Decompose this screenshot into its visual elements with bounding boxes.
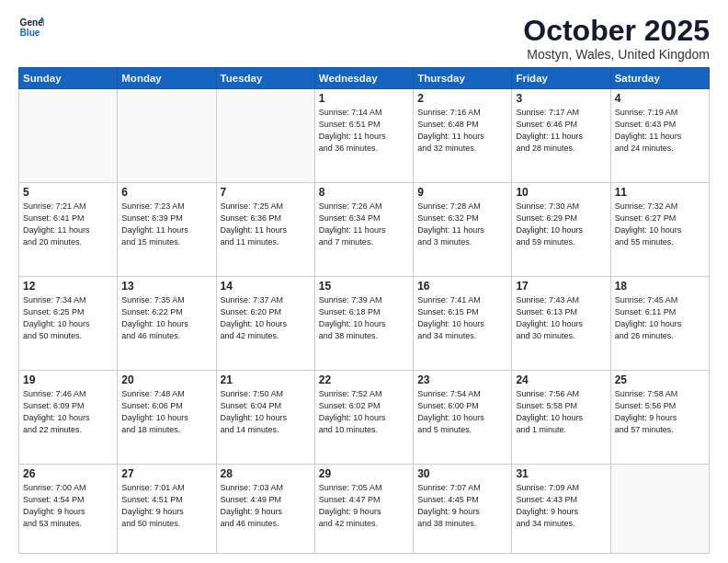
table-row: 26Sunrise: 7:00 AMSunset: 4:54 PMDayligh… (19, 465, 118, 554)
col-wednesday: Wednesday (314, 68, 413, 89)
day-info: Sunrise: 7:03 AMSunset: 4:49 PMDaylight:… (221, 482, 311, 530)
day-info: Sunrise: 7:58 AMSunset: 5:56 PMDaylight:… (615, 388, 705, 436)
day-number: 14 (221, 280, 311, 293)
table-row: 13Sunrise: 7:35 AMSunset: 6:22 PMDayligh… (118, 277, 216, 371)
day-info: Sunrise: 7:30 AMSunset: 6:29 PMDaylight:… (516, 201, 606, 248)
day-number: 21 (221, 373, 311, 386)
day-number: 24 (516, 373, 606, 386)
day-info: Sunrise: 7:56 AMSunset: 5:58 PMDaylight:… (516, 388, 606, 436)
day-number: 31 (516, 467, 606, 480)
day-number: 13 (121, 280, 211, 293)
col-friday: Friday (512, 68, 610, 89)
table-row: 16Sunrise: 7:41 AMSunset: 6:15 PMDayligh… (414, 277, 512, 371)
day-number: 3 (516, 92, 606, 105)
table-row: 2Sunrise: 7:16 AMSunset: 6:48 PMDaylight… (414, 89, 512, 183)
col-tuesday: Tuesday (216, 68, 314, 89)
table-row: 25Sunrise: 7:58 AMSunset: 5:56 PMDayligh… (610, 371, 709, 465)
day-number: 25 (615, 373, 705, 386)
day-info: Sunrise: 7:35 AMSunset: 6:22 PMDaylight:… (121, 294, 211, 342)
day-info: Sunrise: 7:26 AMSunset: 6:34 PMDaylight:… (319, 201, 409, 248)
day-info: Sunrise: 7:45 AMSunset: 6:11 PMDaylight:… (615, 294, 705, 342)
day-number: 30 (417, 467, 507, 480)
calendar-table: Sunday Monday Tuesday Wednesday Thursday… (18, 67, 710, 554)
day-number: 2 (417, 92, 507, 105)
table-row: 19Sunrise: 7:46 AMSunset: 6:09 PMDayligh… (19, 371, 118, 465)
col-thursday: Thursday (414, 68, 512, 89)
day-number: 26 (23, 467, 113, 480)
day-number: 11 (615, 186, 705, 199)
table-row: 24Sunrise: 7:56 AMSunset: 5:58 PMDayligh… (512, 371, 610, 465)
day-number: 8 (319, 186, 409, 199)
day-info: Sunrise: 7:52 AMSunset: 6:02 PMDaylight:… (319, 388, 409, 436)
day-number: 17 (516, 280, 606, 293)
table-row: 15Sunrise: 7:39 AMSunset: 6:18 PMDayligh… (314, 277, 413, 371)
day-info: Sunrise: 7:01 AMSunset: 4:51 PMDaylight:… (121, 482, 211, 530)
table-row: 31Sunrise: 7:09 AMSunset: 4:43 PMDayligh… (512, 465, 610, 554)
day-info: Sunrise: 7:05 AMSunset: 4:47 PMDaylight:… (319, 482, 409, 530)
day-info: Sunrise: 7:16 AMSunset: 6:48 PMDaylight:… (417, 107, 507, 155)
day-number: 18 (615, 280, 705, 293)
table-row: 14Sunrise: 7:37 AMSunset: 6:20 PMDayligh… (216, 277, 314, 371)
table-row: 10Sunrise: 7:30 AMSunset: 6:29 PMDayligh… (512, 183, 610, 277)
col-saturday: Saturday (610, 68, 709, 89)
day-number: 23 (417, 373, 507, 386)
table-row: 27Sunrise: 7:01 AMSunset: 4:51 PMDayligh… (118, 465, 216, 554)
day-number: 12 (23, 280, 113, 293)
day-info: Sunrise: 7:41 AMSunset: 6:15 PMDaylight:… (417, 294, 507, 342)
title-block: October 2025 Mostyn, Wales, United Kingd… (523, 15, 710, 62)
table-row: 20Sunrise: 7:48 AMSunset: 6:06 PMDayligh… (118, 371, 216, 465)
table-row: 21Sunrise: 7:50 AMSunset: 6:04 PMDayligh… (216, 371, 314, 465)
day-info: Sunrise: 7:50 AMSunset: 6:04 PMDaylight:… (221, 388, 311, 436)
table-row: 3Sunrise: 7:17 AMSunset: 6:46 PMDaylight… (512, 89, 610, 183)
day-info: Sunrise: 7:23 AMSunset: 6:39 PMDaylight:… (121, 201, 211, 248)
month-title: October 2025 (523, 15, 710, 47)
header: General Blue October 2025 Mostyn, Wales,… (18, 15, 710, 62)
day-info: Sunrise: 7:21 AMSunset: 6:41 PMDaylight:… (23, 201, 113, 248)
table-row: 6Sunrise: 7:23 AMSunset: 6:39 PMDaylight… (118, 183, 216, 277)
day-info: Sunrise: 7:48 AMSunset: 6:06 PMDaylight:… (121, 388, 211, 436)
table-row: 18Sunrise: 7:45 AMSunset: 6:11 PMDayligh… (610, 277, 709, 371)
day-info: Sunrise: 7:19 AMSunset: 6:43 PMDaylight:… (615, 107, 705, 155)
day-number: 7 (221, 186, 311, 199)
page: General Blue October 2025 Mostyn, Wales,… (0, 0, 728, 563)
day-info: Sunrise: 7:00 AMSunset: 4:54 PMDaylight:… (23, 482, 113, 530)
location: Mostyn, Wales, United Kingdom (523, 47, 710, 62)
table-row: 1Sunrise: 7:14 AMSunset: 6:51 PMDaylight… (314, 89, 413, 183)
logo: General Blue (18, 15, 44, 40)
day-info: Sunrise: 7:14 AMSunset: 6:51 PMDaylight:… (319, 107, 409, 155)
day-number: 19 (23, 373, 113, 386)
col-sunday: Sunday (19, 68, 118, 89)
day-number: 10 (516, 186, 606, 199)
table-row: 22Sunrise: 7:52 AMSunset: 6:02 PMDayligh… (314, 371, 413, 465)
table-row: 30Sunrise: 7:07 AMSunset: 4:45 PMDayligh… (414, 465, 512, 554)
table-row: 8Sunrise: 7:26 AMSunset: 6:34 PMDaylight… (314, 183, 413, 277)
day-info: Sunrise: 7:34 AMSunset: 6:25 PMDaylight:… (23, 294, 113, 342)
logo-icon: General Blue (18, 15, 44, 40)
day-info: Sunrise: 7:37 AMSunset: 6:20 PMDaylight:… (221, 294, 311, 342)
day-number: 29 (319, 467, 409, 480)
day-info: Sunrise: 7:32 AMSunset: 6:27 PMDaylight:… (615, 201, 705, 248)
day-info: Sunrise: 7:25 AMSunset: 6:36 PMDaylight:… (221, 201, 311, 248)
day-number: 4 (615, 92, 705, 105)
day-info: Sunrise: 7:46 AMSunset: 6:09 PMDaylight:… (23, 388, 113, 436)
day-number: 1 (319, 92, 409, 105)
table-row (19, 89, 118, 183)
table-row: 5Sunrise: 7:21 AMSunset: 6:41 PMDaylight… (19, 183, 118, 277)
table-row: 17Sunrise: 7:43 AMSunset: 6:13 PMDayligh… (512, 277, 610, 371)
day-number: 5 (23, 186, 113, 199)
table-row: 23Sunrise: 7:54 AMSunset: 6:00 PMDayligh… (414, 371, 512, 465)
day-number: 27 (121, 467, 211, 480)
day-info: Sunrise: 7:43 AMSunset: 6:13 PMDaylight:… (516, 294, 606, 342)
calendar-header-row: Sunday Monday Tuesday Wednesday Thursday… (19, 68, 710, 89)
table-row: 28Sunrise: 7:03 AMSunset: 4:49 PMDayligh… (216, 465, 314, 554)
day-info: Sunrise: 7:07 AMSunset: 4:45 PMDaylight:… (417, 482, 507, 530)
day-number: 22 (319, 373, 409, 386)
table-row: 7Sunrise: 7:25 AMSunset: 6:36 PMDaylight… (216, 183, 314, 277)
table-row: 4Sunrise: 7:19 AMSunset: 6:43 PMDaylight… (610, 89, 709, 183)
table-row (118, 89, 216, 183)
day-number: 15 (319, 280, 409, 293)
table-row: 29Sunrise: 7:05 AMSunset: 4:47 PMDayligh… (314, 465, 413, 554)
table-row: 11Sunrise: 7:32 AMSunset: 6:27 PMDayligh… (610, 183, 709, 277)
table-row (216, 89, 314, 183)
table-row: 12Sunrise: 7:34 AMSunset: 6:25 PMDayligh… (19, 277, 118, 371)
